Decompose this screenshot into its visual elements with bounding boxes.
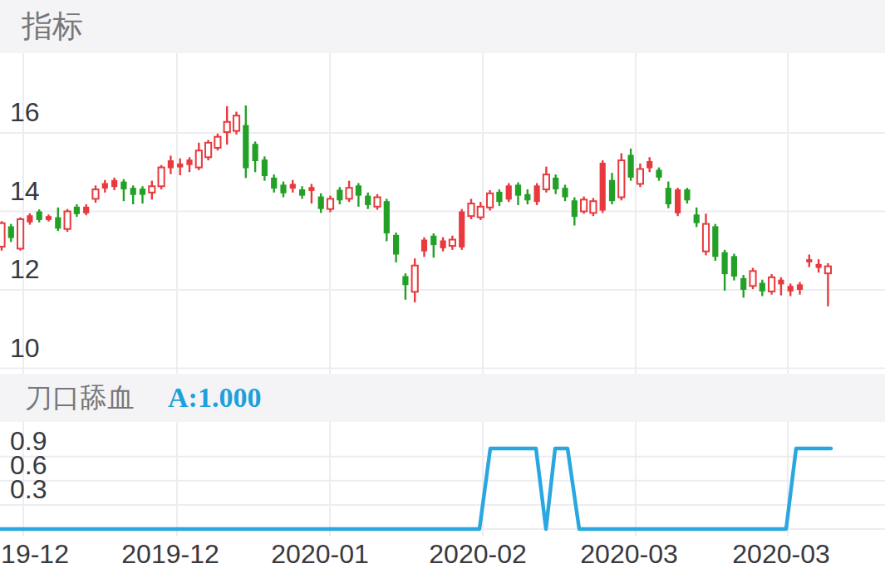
candle-body — [196, 150, 202, 167]
candle-body — [149, 186, 155, 193]
candle-body — [347, 188, 352, 198]
candle-body — [224, 122, 230, 132]
candle-body — [694, 214, 700, 223]
candle-body — [280, 184, 286, 193]
candle-body — [83, 207, 89, 213]
main-y-tick: 14 — [10, 175, 40, 206]
candlestick-chart[interactable] — [0, 0, 885, 588]
candle-body — [74, 207, 80, 214]
candle-body — [769, 277, 774, 292]
candle-body — [140, 189, 145, 195]
x-axis-tick: 2019-12 — [121, 539, 219, 570]
candle-body — [337, 190, 342, 201]
candle-body — [572, 200, 578, 217]
candle-body — [8, 226, 14, 238]
candle-body — [487, 194, 493, 208]
candle-body — [675, 189, 681, 213]
candle-body — [384, 201, 390, 233]
indicator-line — [0, 448, 831, 529]
candle-body — [553, 178, 558, 189]
candle-body — [0, 223, 5, 247]
candle-body — [299, 189, 305, 196]
candle-body — [703, 224, 709, 252]
candle-body — [581, 199, 587, 211]
candle-body — [562, 188, 568, 197]
candle-body — [262, 159, 268, 176]
candle-body — [393, 235, 399, 255]
candle-body — [478, 207, 484, 218]
candle-body — [496, 192, 502, 202]
candle-body — [365, 196, 371, 205]
candle-body — [177, 164, 183, 168]
candle-body — [609, 180, 615, 202]
candle-body — [825, 267, 831, 274]
candle-body — [327, 198, 333, 208]
main-y-tick: 16 — [10, 97, 40, 128]
candle-body — [159, 168, 165, 187]
x-axis-tick: 2020-01 — [271, 539, 368, 570]
candle-body — [806, 259, 812, 262]
main-y-tick: 12 — [10, 254, 40, 285]
candle-body — [712, 226, 718, 257]
x-axis-tick: 2020-02 — [429, 539, 526, 570]
candle-body — [778, 280, 784, 285]
candle-body — [234, 115, 239, 130]
candle-body — [186, 159, 192, 165]
candle-body — [731, 256, 737, 277]
candle-body — [600, 163, 606, 211]
page-title: 指标 — [22, 6, 83, 47]
candle-body — [722, 252, 728, 274]
candle-body — [468, 203, 474, 216]
candle-body — [243, 125, 248, 169]
candle-body — [760, 282, 765, 291]
candle-body — [506, 185, 512, 199]
candle-body — [637, 169, 643, 184]
candle-body — [618, 160, 624, 197]
candle-body — [168, 160, 174, 168]
indicator-header-bar[interactable]: 刀口舔血 A:1.000 — [0, 374, 885, 422]
top-header-bar: 指标 — [0, 0, 885, 53]
x-axis-tick: 2020-03 — [580, 539, 677, 570]
candle-body — [656, 169, 661, 177]
candle-body — [515, 184, 521, 195]
candle-body — [590, 201, 596, 213]
candle-body — [65, 212, 71, 229]
candle-body — [120, 182, 126, 189]
candle-body — [55, 218, 61, 229]
candle-body — [214, 137, 220, 148]
x-axis-tick: 2020-03 — [732, 539, 829, 570]
candle-body — [797, 284, 803, 290]
candle-body — [253, 144, 258, 161]
candle-body — [440, 240, 446, 247]
indicator-value-label: A:1.000 — [168, 382, 261, 414]
candle-body — [816, 264, 822, 268]
candle-body — [27, 215, 32, 223]
lower-y-tick: 0.3 — [10, 473, 47, 504]
candle-body — [290, 184, 296, 189]
candle-body — [318, 197, 324, 209]
candle-body — [205, 143, 211, 157]
candle-body — [459, 212, 465, 247]
candle-body — [308, 187, 314, 191]
candle-body — [740, 278, 746, 290]
candle-body — [666, 188, 671, 204]
candle-body — [271, 178, 277, 189]
candle-body — [543, 174, 549, 189]
indicator-name-label: 刀口舔血 — [25, 380, 135, 417]
candle-body — [46, 216, 52, 220]
candle-body — [130, 188, 136, 195]
candle-body — [102, 183, 108, 189]
candle-body — [647, 161, 652, 169]
candle-body — [356, 185, 361, 195]
candle-body — [374, 197, 380, 206]
candle-body — [111, 180, 117, 188]
x-axis-tick: 19-12 — [1, 539, 69, 570]
candle-body — [684, 189, 690, 200]
candle-body — [92, 189, 98, 198]
main-y-tick: 10 — [10, 332, 40, 363]
candle-body — [17, 219, 23, 248]
candle-body — [430, 236, 436, 245]
candle-body — [450, 240, 455, 247]
candle-body — [421, 240, 427, 252]
candle-body — [534, 185, 540, 202]
